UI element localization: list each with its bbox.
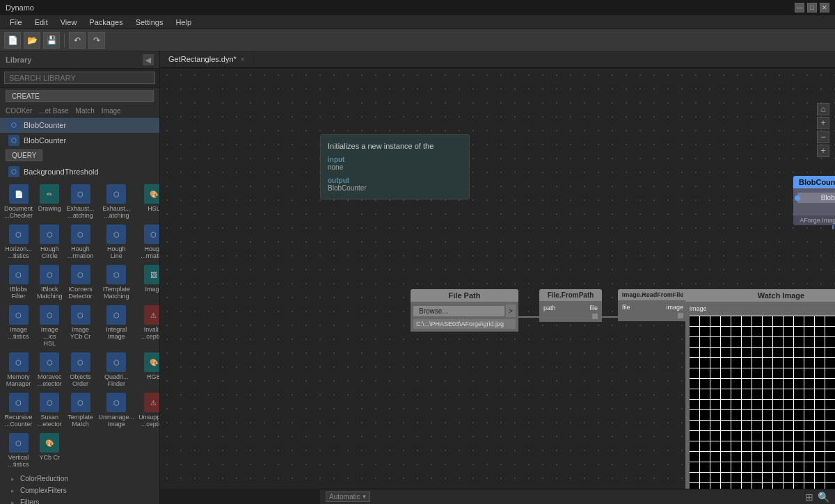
tooltip-input-value: none: [328, 163, 462, 171]
tooltip-description: Initializes a new instance of the: [328, 142, 462, 150]
grid-item-unmanaged[interactable]: ⬡ Unmanage...Image: [97, 391, 136, 430]
zoom-chevron-icon: ▼: [361, 494, 367, 500]
arrow-icon-f: ▸: [11, 499, 15, 505]
blobcounter-node-body: BlobCounter: [793, 188, 835, 216]
watchimage-node[interactable]: Watch Image image image: [685, 289, 835, 489]
app-title: Dynamo: [6, 3, 34, 12]
search-input[interactable]: [4, 72, 155, 84]
tab-getrecttangles[interactable]: GetRectangles.dyn* ×: [160, 53, 254, 66]
nav-zoom-in-button[interactable]: +: [817, 117, 829, 129]
grid-item-recursive[interactable]: ⬡ Recursive...Counter: [3, 391, 34, 430]
undo-button[interactable]: ↶: [69, 32, 86, 49]
lib-grid: 📄 Document...Checker ✏ Drawing ⬡ Exhaust…: [0, 179, 159, 473]
grid-item-iblobs[interactable]: ⬡ IBlobsFilter: [3, 263, 34, 302]
tab-match[interactable]: Match: [73, 106, 97, 115]
blobcounter-label-2: BlobCounter: [24, 136, 66, 145]
menu-settings[interactable]: Settings: [130, 17, 169, 28]
frompath-node[interactable]: File.FromPath path file: [539, 289, 602, 322]
grid-item-iblock[interactable]: ⬡ IBlockMatching: [35, 263, 64, 302]
maximize-button[interactable]: □: [807, 3, 817, 13]
query-button[interactable]: QUERY: [6, 149, 42, 161]
sub-item-filters[interactable]: ▸ Filters: [0, 496, 159, 504]
nav-fit-button[interactable]: +: [817, 145, 829, 157]
sidebar-collapse-button[interactable]: ◀: [143, 54, 154, 65]
grid-item-drawing[interactable]: ✏ Drawing: [35, 182, 64, 221]
blobcounter-checkbox-row: [797, 206, 835, 213]
grid-item-susan[interactable]: ⬡ Susan...etector: [35, 391, 64, 430]
main-layout: Library ◀ CREATE COOKer ...et Base Match…: [0, 51, 835, 504]
lib-item-bgthreshold[interactable]: ⬡ BackgroundThreshold: [0, 164, 159, 179]
open-button[interactable]: 📂: [24, 32, 40, 49]
create-button[interactable]: CREATE: [6, 90, 154, 102]
grid-item-icorners[interactable]: ⬡ ICornersDetector: [65, 263, 96, 302]
grid-item-imagehsl[interactable]: ⬡ Image...ics HSL: [35, 303, 64, 349]
watchimage-node-header: Watch Image: [685, 289, 835, 302]
grid-item-imagetistics[interactable]: ⬡ Image...tistics: [3, 303, 34, 349]
rgb-icon: 🎨: [144, 352, 159, 372]
grid-item-houghcircle[interactable]: ⬡ HoughCircle: [35, 222, 64, 261]
redo-button[interactable]: ↷: [88, 32, 105, 49]
minimize-button[interactable]: —: [795, 3, 804, 13]
readfile-port-out-label: image: [666, 304, 683, 311]
template-icon: ⬡: [71, 393, 90, 412]
grid-item-hsl[interactable]: 🎨 HSL: [137, 182, 159, 221]
sidebar-header: Library ◀: [0, 51, 159, 69]
grid-item-vertical[interactable]: ⬡ Vertical...tistics: [3, 431, 34, 470]
statusbar-left: Automatic ▼: [326, 491, 370, 502]
grid-item-template[interactable]: ⬡ TemplateMatch: [65, 391, 96, 430]
grid-item-ycbcr[interactable]: 🎨 YCb Cr: [35, 431, 64, 470]
grid-item-exhaust2[interactable]: ⬡ Exhaust......atching: [97, 182, 136, 221]
tab-label: GetRectangles.dyn*: [168, 55, 237, 63]
grid-item-rgb[interactable]: 🎨 RGB: [137, 350, 159, 389]
grid-item-itemplate[interactable]: ⬡ ITemplateMatching: [97, 263, 136, 302]
tab-cooker[interactable]: COOKer: [3, 106, 35, 115]
tab-close-button[interactable]: ×: [241, 56, 245, 63]
lib-item-blobcounter-1[interactable]: ⬡ BlobCounter: [0, 117, 159, 133]
grid-item-houghform1[interactable]: ⬡ Hough...rmation: [65, 222, 96, 261]
browse-button[interactable]: Browse...: [413, 306, 504, 316]
grid-item-integral[interactable]: ⬡ IntegralImage: [97, 303, 136, 349]
menu-file[interactable]: File: [4, 17, 28, 28]
grid-item-objects[interactable]: ⬡ ObjectsOrder: [65, 350, 96, 389]
nav-home-button[interactable]: ⌂: [817, 103, 829, 115]
zoom-dropdown[interactable]: Automatic ▼: [326, 491, 370, 502]
tab-image[interactable]: Image: [99, 106, 124, 115]
menu-packages[interactable]: Packages: [84, 17, 128, 28]
filepath-node[interactable]: File Path Browse... > C:\...\PHASE03\AFo…: [411, 289, 518, 332]
grid-item-document[interactable]: 📄 Document...Checker: [3, 182, 34, 221]
susan-icon: ⬡: [40, 393, 59, 412]
new-button[interactable]: 📄: [4, 32, 21, 49]
grid-item-moravec[interactable]: ⬡ Moravec...etector: [35, 350, 64, 389]
grid-item-invalid[interactable]: ⚠ Invali......ception: [137, 303, 159, 349]
grid-item-image[interactable]: 🖼 Image: [137, 263, 159, 302]
grid-item-exhaust1[interactable]: ⬡ Exhaust......atching: [65, 182, 96, 221]
readfile-node[interactable]: Image.ReadFromFile file image: [618, 289, 687, 321]
menu-view[interactable]: View: [55, 17, 83, 28]
moravec-icon: ⬡: [40, 352, 59, 372]
frompath-port-out-label: file: [589, 304, 598, 311]
grid-item-horizon[interactable]: ⬡ Horizon......tistics: [3, 222, 34, 261]
menu-edit[interactable]: Edit: [29, 17, 54, 28]
nav-zoom-out-button[interactable]: −: [817, 131, 829, 143]
menu-help[interactable]: Help: [170, 17, 197, 28]
zoom-icon[interactable]: 🔍: [818, 491, 829, 503]
watchimage-node-body: image image: [685, 302, 835, 489]
filepath-arrow-button[interactable]: >: [506, 304, 516, 317]
grid-item-houghline[interactable]: ⬡ HoughLine: [97, 222, 136, 261]
lib-item-blobcounter-2[interactable]: ⬡ BlobCounter: [0, 133, 159, 148]
tab-base[interactable]: ...et Base: [36, 106, 71, 115]
blobcounter-port-indicator: [795, 195, 800, 201]
bgthreshold-icon: ⬡: [8, 166, 19, 177]
grid-item-unsupported[interactable]: ⚠ Unsuppo......ception: [137, 391, 159, 430]
grid-item-houghform2[interactable]: ⬡ Hough...rmation: [137, 222, 159, 261]
grid-item-quadri[interactable]: ⬡ Quadri...Finder: [97, 350, 136, 389]
grid-item-memory[interactable]: ⬡ MemoryManager: [3, 350, 34, 389]
grid-item-imageycb[interactable]: ⬡ ImageYCb Cr: [65, 303, 96, 349]
close-button[interactable]: ✕: [820, 3, 829, 13]
sub-item-colorreduction[interactable]: ▸ ColorReduction: [0, 473, 159, 485]
sub-item-complexfilters[interactable]: ▸ ComplexFilters: [0, 485, 159, 496]
canvas[interactable]: Initializes a new instance of the input …: [160, 68, 835, 489]
layout-icon[interactable]: ⊞: [805, 491, 813, 503]
save-button[interactable]: 💾: [43, 32, 60, 49]
blobcounter-node[interactable]: BlobCounter.BlobCounter BlobCounter AFor…: [793, 176, 835, 225]
